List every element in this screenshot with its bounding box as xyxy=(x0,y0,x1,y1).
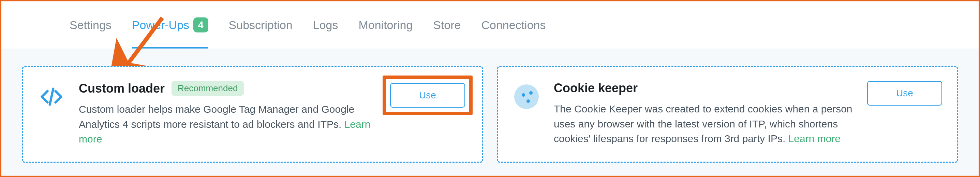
use-button[interactable]: Use xyxy=(867,81,942,106)
recommended-badge: Recommended xyxy=(172,81,244,96)
svg-line-1 xyxy=(50,89,53,105)
learn-more-link[interactable]: Learn more xyxy=(788,133,840,144)
tab-power-ups[interactable]: Power-Ups 4 xyxy=(132,2,208,48)
card-cookie-keeper: Cookie keeper The Cookie Keeper was crea… xyxy=(497,66,958,163)
power-ups-count-badge: 4 xyxy=(193,18,208,32)
tab-logs[interactable]: Logs xyxy=(313,2,338,48)
code-icon xyxy=(38,83,65,110)
tab-subscription[interactable]: Subscription xyxy=(229,2,293,48)
tab-bar: Settings Power-Ups 4 Subscription Logs M… xyxy=(2,2,978,48)
card-description: Custom loader helps make Google Tag Mana… xyxy=(79,102,379,146)
card-description: The Cookie Keeper was created to extend … xyxy=(554,101,854,146)
card-title: Cookie keeper xyxy=(554,81,638,95)
tab-settings[interactable]: Settings xyxy=(70,2,111,48)
card-title: Custom loader xyxy=(79,81,165,96)
card-custom-loader: Custom loader Recommended Custom loader … xyxy=(22,66,483,163)
tab-connections[interactable]: Connections xyxy=(481,2,546,48)
cookie-icon xyxy=(513,83,540,110)
annotation-highlight-box: Use xyxy=(383,76,473,115)
tab-monitoring[interactable]: Monitoring xyxy=(358,2,413,48)
tab-store[interactable]: Store xyxy=(433,2,461,48)
cards-row: Custom loader Recommended Custom loader … xyxy=(22,66,958,163)
tab-power-ups-label: Power-Ups xyxy=(132,18,189,32)
card-description-text: Custom loader helps make Google Tag Mana… xyxy=(79,103,354,130)
use-button[interactable]: Use xyxy=(390,83,465,108)
annotated-frame: Settings Power-Ups 4 Subscription Logs M… xyxy=(0,0,980,177)
